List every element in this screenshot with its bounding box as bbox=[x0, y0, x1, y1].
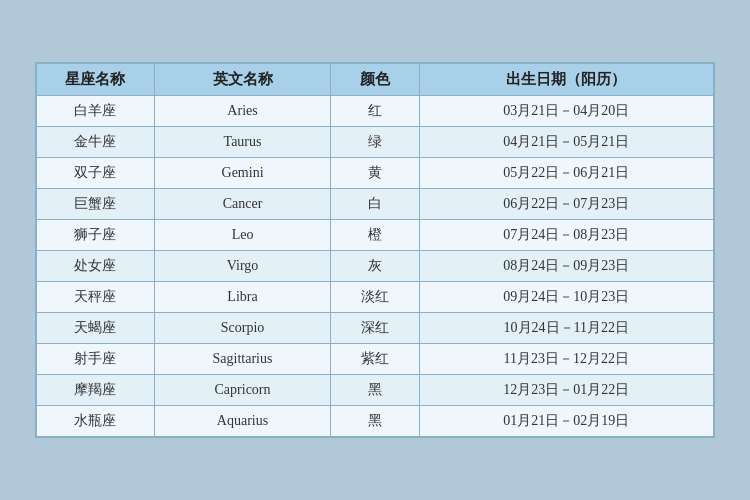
cell-dates: 01月21日－02月19日 bbox=[419, 406, 713, 437]
cell-english-name: Aquarius bbox=[154, 406, 331, 437]
cell-english-name: Virgo bbox=[154, 251, 331, 282]
cell-english-name: Capricorn bbox=[154, 375, 331, 406]
cell-dates: 11月23日－12月22日 bbox=[419, 344, 713, 375]
cell-chinese-name: 金牛座 bbox=[37, 127, 155, 158]
table-row: 处女座Virgo灰08月24日－09月23日 bbox=[37, 251, 714, 282]
cell-chinese-name: 白羊座 bbox=[37, 96, 155, 127]
cell-chinese-name: 射手座 bbox=[37, 344, 155, 375]
cell-color: 绿 bbox=[331, 127, 419, 158]
table-row: 金牛座Taurus绿04月21日－05月21日 bbox=[37, 127, 714, 158]
cell-chinese-name: 天秤座 bbox=[37, 282, 155, 313]
table-row: 天秤座Libra淡红09月24日－10月23日 bbox=[37, 282, 714, 313]
table-row: 双子座Gemini黄05月22日－06月21日 bbox=[37, 158, 714, 189]
cell-english-name: Leo bbox=[154, 220, 331, 251]
cell-english-name: Aries bbox=[154, 96, 331, 127]
header-color: 颜色 bbox=[331, 64, 419, 96]
cell-dates: 05月22日－06月21日 bbox=[419, 158, 713, 189]
cell-chinese-name: 处女座 bbox=[37, 251, 155, 282]
cell-color: 白 bbox=[331, 189, 419, 220]
cell-dates: 03月21日－04月20日 bbox=[419, 96, 713, 127]
table-row: 白羊座Aries红03月21日－04月20日 bbox=[37, 96, 714, 127]
cell-dates: 08月24日－09月23日 bbox=[419, 251, 713, 282]
table-row: 巨蟹座Cancer白06月22日－07月23日 bbox=[37, 189, 714, 220]
cell-color: 紫红 bbox=[331, 344, 419, 375]
cell-chinese-name: 巨蟹座 bbox=[37, 189, 155, 220]
table-row: 狮子座Leo橙07月24日－08月23日 bbox=[37, 220, 714, 251]
cell-color: 黑 bbox=[331, 375, 419, 406]
cell-dates: 06月22日－07月23日 bbox=[419, 189, 713, 220]
table-body: 白羊座Aries红03月21日－04月20日金牛座Taurus绿04月21日－0… bbox=[37, 96, 714, 437]
table-row: 射手座Sagittarius紫红11月23日－12月22日 bbox=[37, 344, 714, 375]
cell-color: 深红 bbox=[331, 313, 419, 344]
cell-english-name: Taurus bbox=[154, 127, 331, 158]
cell-dates: 07月24日－08月23日 bbox=[419, 220, 713, 251]
cell-english-name: Libra bbox=[154, 282, 331, 313]
table-header-row: 星座名称 英文名称 颜色 出生日期（阳历） bbox=[37, 64, 714, 96]
table-row: 水瓶座Aquarius黑01月21日－02月19日 bbox=[37, 406, 714, 437]
cell-chinese-name: 天蝎座 bbox=[37, 313, 155, 344]
cell-color: 红 bbox=[331, 96, 419, 127]
cell-color: 橙 bbox=[331, 220, 419, 251]
header-chinese-name: 星座名称 bbox=[37, 64, 155, 96]
cell-english-name: Cancer bbox=[154, 189, 331, 220]
cell-dates: 04月21日－05月21日 bbox=[419, 127, 713, 158]
table-row: 天蝎座Scorpio深红10月24日－11月22日 bbox=[37, 313, 714, 344]
cell-dates: 10月24日－11月22日 bbox=[419, 313, 713, 344]
cell-chinese-name: 水瓶座 bbox=[37, 406, 155, 437]
cell-color: 黄 bbox=[331, 158, 419, 189]
cell-chinese-name: 双子座 bbox=[37, 158, 155, 189]
cell-chinese-name: 摩羯座 bbox=[37, 375, 155, 406]
cell-english-name: Gemini bbox=[154, 158, 331, 189]
cell-chinese-name: 狮子座 bbox=[37, 220, 155, 251]
header-dates: 出生日期（阳历） bbox=[419, 64, 713, 96]
cell-color: 黑 bbox=[331, 406, 419, 437]
cell-color: 淡红 bbox=[331, 282, 419, 313]
cell-dates: 12月23日－01月22日 bbox=[419, 375, 713, 406]
cell-color: 灰 bbox=[331, 251, 419, 282]
header-english-name: 英文名称 bbox=[154, 64, 331, 96]
cell-dates: 09月24日－10月23日 bbox=[419, 282, 713, 313]
cell-english-name: Sagittarius bbox=[154, 344, 331, 375]
table-row: 摩羯座Capricorn黑12月23日－01月22日 bbox=[37, 375, 714, 406]
zodiac-table-container: 星座名称 英文名称 颜色 出生日期（阳历） 白羊座Aries红03月21日－04… bbox=[35, 62, 715, 438]
cell-english-name: Scorpio bbox=[154, 313, 331, 344]
zodiac-table: 星座名称 英文名称 颜色 出生日期（阳历） 白羊座Aries红03月21日－04… bbox=[36, 63, 714, 437]
